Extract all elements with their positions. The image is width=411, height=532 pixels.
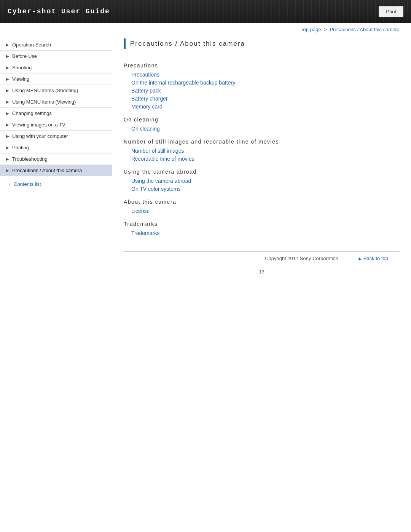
sidebar-item-5[interactable]: ▶Using MENU items (Viewing) [0, 96, 112, 108]
section-group-5: TrademarksTrademarks [124, 221, 400, 236]
sidebar-arrow-icon: ▶ [6, 66, 9, 70]
breadcrumb-separator: > [324, 27, 328, 32]
section-group-2: Number of still images and recordable ti… [124, 139, 400, 162]
sidebar-arrow-icon: ▶ [6, 123, 9, 127]
sidebar-arrow-icon: ▶ [6, 43, 9, 47]
sidebar-item-8[interactable]: ▶Using with your computer [0, 131, 112, 142]
main-layout: ▶Operation Search▶Before Use▶Shooting▶Vi… [0, 35, 411, 286]
sidebar-arrow-icon: ▶ [6, 168, 9, 173]
sidebar-item-label: Precautions / About this camera [12, 168, 82, 173]
print-button[interactable]: Print [379, 6, 403, 17]
section-links-4: License [124, 208, 400, 214]
sidebar-arrow-icon: ▶ [6, 100, 9, 104]
sidebar-item-2[interactable]: ▶Shooting [0, 62, 112, 73]
section-links-0: PrecautionsOn the internal rechargeable … [124, 72, 400, 110]
sidebar-item-label: Printing [12, 145, 29, 150]
section-links-3: Using the camera abroadOn TV color syste… [124, 178, 400, 192]
sidebar-item-label: Using MENU items (Shooting) [12, 88, 78, 93]
sidebar-item-9[interactable]: ▶Printing [0, 142, 112, 153]
sidebar-item-label: Operation Search [12, 42, 51, 48]
section-links-1: On cleaning [124, 126, 400, 132]
breadcrumb-top-link[interactable]: Top page [301, 27, 321, 32]
section-group-4: About this cameraLicense [124, 199, 400, 214]
section-link-0-2[interactable]: Battery pack [131, 88, 400, 94]
section-link-5-0[interactable]: Trademarks [131, 230, 400, 236]
section-link-4-0[interactable]: License [131, 208, 400, 214]
sidebar-item-1[interactable]: ▶Before Use [0, 51, 112, 62]
section-links-2: Number of still imagesRecordable time of… [124, 148, 400, 162]
section-link-0-4[interactable]: Memory card [131, 104, 400, 110]
back-to-top-link[interactable]: Back to top [357, 256, 388, 261]
breadcrumb: Top page > Precautions / About this came… [0, 23, 411, 35]
sections-container: PrecautionsPrecautionsOn the internal re… [124, 62, 400, 236]
sidebar-arrow-icon: ▶ [6, 111, 9, 115]
sidebar-item-label: Viewing images on a TV [12, 122, 65, 128]
sidebar-item-0[interactable]: ▶Operation Search [0, 39, 112, 51]
copyright: Copyright 2011 Sony Corporation [246, 256, 357, 261]
section-group-0: PrecautionsPrecautionsOn the internal re… [124, 62, 400, 110]
sidebar-item-label: Before Use [12, 53, 37, 59]
section-title-3: Using the camera abroad [124, 169, 400, 175]
sidebar-item-label: Changing settings [12, 110, 52, 116]
section-link-0-3[interactable]: Battery charger [131, 96, 400, 102]
sidebar-arrow-icon: ▶ [6, 134, 9, 138]
sidebar-item-label: Viewing [12, 76, 29, 82]
sidebar-arrow-icon: ▶ [6, 145, 9, 150]
sidebar-item-7[interactable]: ▶Viewing images on a TV [0, 119, 112, 131]
section-title-1: On cleaning [124, 117, 400, 123]
section-title-5: Trademarks [124, 221, 400, 227]
breadcrumb-current-link[interactable]: Precautions / About this camera [330, 27, 400, 32]
heading-accent [124, 38, 126, 49]
section-link-3-0[interactable]: Using the camera abroad [131, 178, 400, 184]
sidebar-arrow-icon: ▶ [6, 54, 9, 58]
sidebar-arrow-icon: ▶ [6, 157, 9, 161]
sidebar-item-4[interactable]: ▶Using MENU items (Shooting) [0, 85, 112, 96]
sidebar-item-label: Using with your computer [12, 133, 68, 139]
header: Cyber-shot User Guide Print [0, 0, 411, 23]
footer: Copyright 2011 Sony Corporation Back to … [124, 251, 400, 261]
section-links-5: Trademarks [124, 230, 400, 236]
sidebar-item-label: Shooting [12, 65, 32, 70]
section-group-1: On cleaningOn cleaning [124, 117, 400, 132]
section-link-3-1[interactable]: On TV color systems [131, 186, 400, 192]
sidebar-arrow-icon: ▶ [6, 77, 9, 81]
section-title-0: Precautions [124, 62, 400, 69]
section-link-0-0[interactable]: Precautions [131, 72, 400, 78]
sidebar-arrow-icon: ▶ [6, 88, 9, 93]
page-heading: Precautions / About this camera [124, 38, 400, 53]
section-group-3: Using the camera abroadUsing the camera … [124, 169, 400, 192]
app-title: Cyber-shot User Guide [8, 8, 110, 15]
contents-list-label: Contents list [14, 181, 41, 187]
section-title-2: Number of still images and recordable ti… [124, 139, 400, 145]
sidebar: ▶Operation Search▶Before Use▶Shooting▶Vi… [0, 35, 112, 286]
section-link-2-1[interactable]: Recordable time of movies [131, 156, 400, 162]
sidebar-item-label: Troubleshooting [12, 156, 48, 162]
section-title-4: About this camera [124, 199, 400, 205]
contents-list-arrow-icon: → [6, 181, 11, 187]
page-title: Precautions / About this camera [130, 40, 245, 48]
sidebar-item-label: Using MENU items (Viewing) [12, 99, 76, 105]
section-link-2-0[interactable]: Number of still images [131, 148, 400, 154]
sidebar-item-6[interactable]: ▶Changing settings [0, 108, 112, 119]
content-area: Precautions / About this camera Precauti… [112, 35, 411, 286]
sidebar-item-10[interactable]: ▶Troubleshooting [0, 153, 112, 165]
sidebar-item-11[interactable]: ▶Precautions / About this camera [0, 165, 112, 176]
section-link-1-0[interactable]: On cleaning [131, 126, 400, 132]
page-number: 13 [124, 269, 400, 275]
section-link-0-1[interactable]: On the internal rechargeable backup batt… [131, 80, 400, 86]
contents-list-link[interactable]: →Contents list [0, 176, 112, 189]
sidebar-item-3[interactable]: ▶Viewing [0, 73, 112, 85]
